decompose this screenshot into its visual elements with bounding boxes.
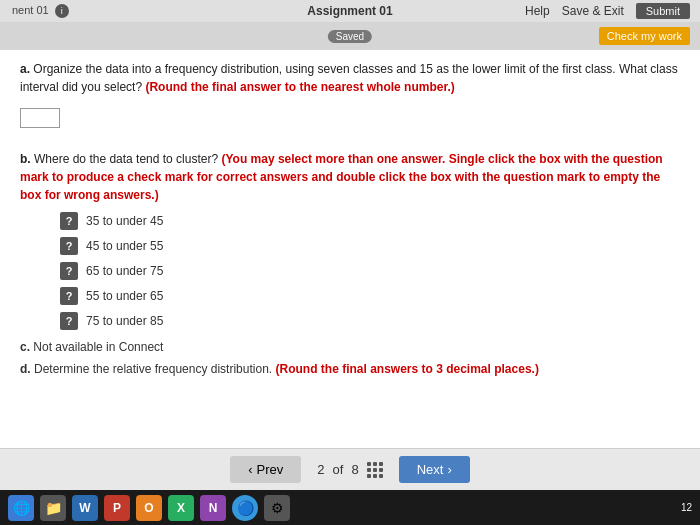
option-45-55-label: 45 to under 55	[86, 239, 163, 253]
checkbox-75-85[interactable]: ?	[60, 312, 78, 330]
taskbar-settings-icon[interactable]: ⚙	[264, 495, 290, 521]
next-chevron-icon: ›	[447, 462, 451, 477]
top-right-buttons: Help Save & Exit Submit	[525, 3, 690, 19]
taskbar-p-icon[interactable]: P	[104, 495, 130, 521]
taskbar-time: 12	[681, 502, 692, 513]
option-75-85-label: 75 to under 85	[86, 314, 163, 328]
next-button[interactable]: Next ›	[399, 456, 470, 483]
question-b: b. Where do the data tend to cluster? (Y…	[20, 150, 684, 330]
checkbox-35-45[interactable]: ?	[60, 212, 78, 230]
taskbar-files-icon[interactable]: 📁	[40, 495, 66, 521]
save-exit-button[interactable]: Save & Exit	[562, 4, 624, 18]
checkbox-45-55[interactable]: ?	[60, 237, 78, 255]
content-area: a. Organize the data into a frequency di…	[0, 50, 700, 448]
page-info: 2 of 8	[317, 462, 382, 478]
taskbar: 🌐 📁 W P O X N 🔵 ⚙ 12	[0, 490, 700, 525]
checkbox-55-65[interactable]: ?	[60, 287, 78, 305]
taskbar-clock: 12	[681, 502, 692, 513]
question-b-text: b. Where do the data tend to cluster? (Y…	[20, 150, 684, 204]
taskbar-word-icon[interactable]: W	[72, 495, 98, 521]
question-d-text: Determine the relative frequency distrib…	[34, 362, 272, 376]
taskbar-o-icon[interactable]: O	[136, 495, 162, 521]
help-button[interactable]: Help	[525, 4, 550, 18]
question-a-text: a. Organize the data into a frequency di…	[20, 60, 684, 96]
page-prefix-label: nent 01 i	[12, 4, 69, 18]
subheader-bar: Saved Check my work	[0, 22, 700, 50]
option-75-85[interactable]: ? 75 to under 85	[60, 312, 684, 330]
question-c: c. Not available in Connect	[20, 340, 684, 354]
option-45-55[interactable]: ? 45 to under 55	[60, 237, 684, 255]
option-65-75-label: 65 to under 75	[86, 264, 163, 278]
option-35-45[interactable]: ? 35 to under 45	[60, 212, 684, 230]
question-a-input[interactable]	[20, 108, 60, 128]
grid-nav-icon[interactable]	[367, 462, 383, 478]
question-d: d. Determine the relative frequency dist…	[20, 362, 684, 376]
checkbox-65-75[interactable]: ?	[60, 262, 78, 280]
option-55-65-label: 55 to under 65	[86, 289, 163, 303]
of-label: of	[333, 462, 344, 477]
saved-pill: Saved	[328, 30, 372, 43]
prev-button[interactable]: ‹ Prev	[230, 456, 301, 483]
header-bar: nent 01 i Assignment 01 Help Save & Exit…	[0, 0, 700, 22]
page-prefix-text: nent 01	[12, 4, 49, 16]
option-55-65[interactable]: ? 55 to under 65	[60, 287, 684, 305]
taskbar-x-icon[interactable]: X	[168, 495, 194, 521]
total-pages: 8	[351, 462, 358, 477]
info-icon[interactable]: i	[55, 4, 69, 18]
current-page: 2	[317, 462, 324, 477]
taskbar-n-icon[interactable]: N	[200, 495, 226, 521]
option-35-45-label: 35 to under 45	[86, 214, 163, 228]
check-my-work-button[interactable]: Check my work	[599, 27, 690, 45]
question-a: a. Organize the data into a frequency di…	[20, 60, 684, 140]
option-65-75[interactable]: ? 65 to under 75	[60, 262, 684, 280]
prev-chevron-icon: ‹	[248, 462, 252, 477]
taskbar-circle-icon[interactable]: 🔵	[232, 495, 258, 521]
taskbar-finder-icon[interactable]: 🌐	[8, 495, 34, 521]
question-c-text: Not available in Connect	[33, 340, 163, 354]
pagination-bar: ‹ Prev 2 of 8 Next ›	[0, 448, 700, 490]
submit-button[interactable]: Submit	[636, 3, 690, 19]
assignment-title: Assignment 01	[307, 4, 392, 18]
